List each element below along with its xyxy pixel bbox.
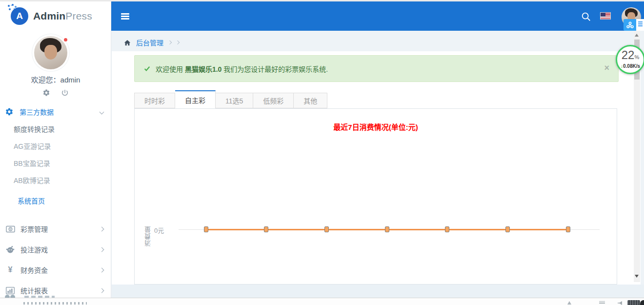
- page-bottom-gap: [112, 285, 644, 298]
- chart-y-tick-label: 0元: [154, 225, 167, 235]
- chart-data-point: [204, 226, 208, 232]
- online-status-dot: [63, 37, 68, 42]
- cloud-widget-edge[interactable]: [636, 19, 644, 31]
- download-speed: ↓0.08K/s: [617, 63, 644, 69]
- tab-qita[interactable]: 其他: [294, 93, 327, 108]
- chevron-right-icon: [100, 226, 104, 231]
- yen-icon: ¥: [5, 265, 16, 274]
- chart-y-axis-label: 消费量: [143, 217, 153, 246]
- chart-data-point: [505, 226, 510, 232]
- tab-zizhucai[interactable]: 自主彩: [175, 90, 216, 108]
- home-icon[interactable]: [123, 39, 131, 46]
- brand-logo[interactable]: A AdminPress: [0, 1, 111, 31]
- banknote-icon: [5, 225, 16, 233]
- breadcrumb-root[interactable]: 后台管理: [136, 38, 163, 47]
- brand-name: AdminPress: [33, 10, 92, 22]
- sidebar-item-finance-funds[interactable]: ¥ 财务资金: [0, 260, 111, 280]
- welcome-alert: 欢迎使用 黑猫娱乐1.0 我们为您设计最好的彩票娱乐系统. ×: [134, 55, 619, 82]
- taskbar-remnant-text: [23, 302, 87, 305]
- tray-icon[interactable]: [567, 301, 571, 305]
- topbar: [111, 1, 644, 31]
- sidebar: A AdminPress 欢迎您：admin 第三方数据 额度转换记录 AG亚游…: [0, 0, 111, 305]
- volume-icon[interactable]: [618, 301, 622, 305]
- alert-message: 欢迎使用 黑猫娱乐1.0 我们为您设计最好的彩票娱乐系统.: [156, 64, 328, 74]
- gear-icon: [5, 107, 14, 116]
- welcome-text: 欢迎您：admin: [0, 74, 111, 84]
- chart-title: 最近7日消费情况(单位:元): [135, 122, 617, 132]
- cloud-share-icon[interactable]: [624, 19, 636, 31]
- chart-data-point: [445, 226, 449, 232]
- tab-11xuan5[interactable]: 11选5: [216, 93, 253, 108]
- sidebar-item-system-home[interactable]: 系统首页: [0, 190, 111, 211]
- chevron-right-icon: [100, 267, 104, 272]
- us-flag-icon[interactable]: [600, 12, 611, 20]
- taskbar-remnant: [0, 298, 644, 305]
- sidebar-item-ab-log[interactable]: AB欧博记录: [0, 171, 111, 188]
- chart-data-point: [566, 226, 570, 232]
- network-speed-badge[interactable]: 22% ↓0.08K/s: [616, 45, 644, 74]
- sidebar-item-quota-transfer-log[interactable]: 额度转换记录: [0, 120, 111, 137]
- gear-icon[interactable]: [42, 89, 50, 97]
- user-avatar-image: [34, 36, 67, 69]
- chevron-right-icon: [176, 41, 180, 44]
- check-icon: [143, 65, 151, 72]
- chevron-right-icon: [100, 288, 104, 293]
- power-icon[interactable]: [61, 89, 69, 97]
- scroll-down-arrow-icon[interactable]: [635, 275, 639, 278]
- chevron-right-icon: [168, 41, 172, 44]
- chart-panel: 最近7日消费情况(单位:元) 消费量 0元: [134, 108, 617, 285]
- hamburger-menu-icon[interactable]: [121, 13, 129, 20]
- search-icon[interactable]: [581, 11, 591, 22]
- alert-highlight: 黑猫娱乐1.0: [185, 65, 221, 73]
- keyboard-icon[interactable]: [627, 300, 640, 305]
- close-icon[interactable]: ×: [604, 63, 609, 72]
- user-quick-actions: [0, 89, 111, 97]
- tab-shishicai[interactable]: 时时彩: [134, 93, 175, 108]
- sidebar-item-lottery-management[interactable]: 彩票管理: [0, 219, 111, 239]
- sidebar-item-bb-log[interactable]: BB宝盈记录: [0, 154, 111, 171]
- username: admin: [60, 76, 80, 84]
- chart-data-point: [324, 226, 329, 232]
- game-alien-icon: [5, 245, 16, 253]
- chevron-right-icon: [100, 247, 104, 252]
- sidebar-item-betting-games[interactable]: 投注游戏: [0, 239, 111, 260]
- sidebar-item-ag-log[interactable]: AG亚游记录: [0, 137, 111, 154]
- chart-data-point: [264, 226, 268, 232]
- brand-logo-icon: A: [11, 7, 28, 25]
- chart-data-point: [385, 226, 389, 232]
- chevron-down-icon: [100, 109, 104, 114]
- tab-bar: 时时彩 自主彩 11选5 低频彩 其他: [134, 90, 327, 108]
- user-avatar[interactable]: [32, 34, 69, 71]
- sidebar-menu: 第三方数据 额度转换记录 AG亚游记录 BB宝盈记录 AB欧博记录 系统首页 彩…: [0, 103, 111, 301]
- memory-percent: 22%: [617, 49, 644, 63]
- sidebar-item-label: 第三方数据: [20, 107, 100, 117]
- sidebar-item-third-party-data[interactable]: 第三方数据: [0, 103, 111, 120]
- scroll-up-arrow-icon[interactable]: [635, 34, 639, 37]
- tray-orb-icon[interactable]: [640, 300, 644, 305]
- tray-list-icon[interactable]: [599, 301, 605, 304]
- tab-dipincai[interactable]: 低频彩: [253, 93, 294, 108]
- window-top-edge: [0, 0, 644, 1]
- breadcrumb: 后台管理: [123, 38, 179, 47]
